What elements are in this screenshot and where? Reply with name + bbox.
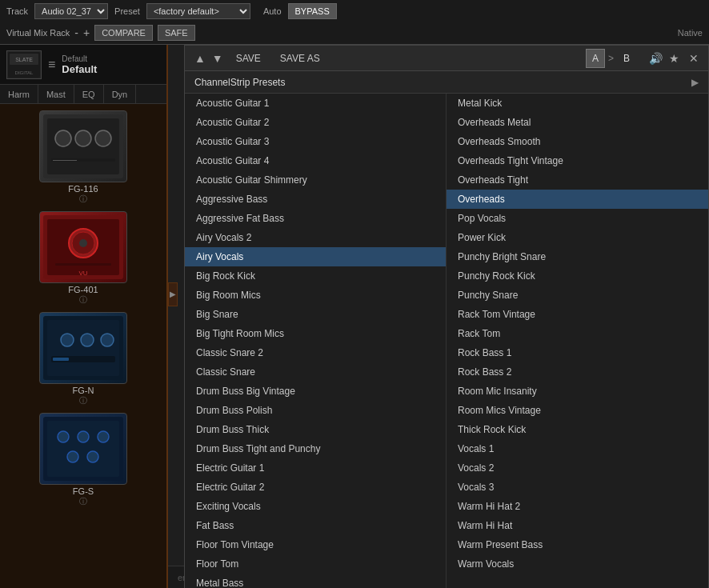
preset-item[interactable]: Fat Bass — [185, 516, 446, 535]
preset-item[interactable]: Acoustic Guitar 1 — [185, 94, 446, 113]
preset-item[interactable]: Classic Snare — [185, 362, 446, 382]
slot-b-button[interactable]: B — [617, 49, 636, 68]
native-label: Native — [678, 28, 703, 38]
preset-item[interactable]: Overheads Tight Vintage — [447, 151, 708, 170]
dropdown-header: ▲ ▼ SAVE SAVE AS A > B 🔊 ★ ✕ — [185, 46, 708, 71]
channelstrip-presets-label[interactable]: ChannelStrip Presets — [194, 77, 691, 88]
preset-item[interactable]: Vocals 1 — [447, 439, 708, 458]
star-icon[interactable]: ★ — [669, 52, 679, 65]
preset-item[interactable]: Power Kick — [447, 228, 708, 247]
svg-point-31 — [67, 451, 78, 462]
preset-item[interactable]: Thick Rock Kick — [447, 420, 708, 439]
preset-item[interactable]: Rack Tom — [447, 324, 708, 343]
preset-col-right: Metal KickOverheads MetalOverheads Smoot… — [447, 94, 708, 588]
close-button[interactable]: ✕ — [689, 52, 699, 65]
preset-item[interactable]: Overheads — [447, 190, 708, 209]
preset-item[interactable]: Big Tight Room Mics — [185, 324, 446, 343]
bypass-button[interactable]: BYPASS — [288, 3, 337, 19]
tab-mast[interactable]: Mast — [38, 85, 74, 103]
plugin-item-fgs[interactable]: FG-S ⓘ — [3, 413, 163, 507]
preset-item[interactable]: Floor Tom — [185, 554, 446, 574]
scroll-down-icon[interactable]: ▼ — [212, 52, 223, 65]
plugin-item-fg116[interactable]: FG-116 ⓘ — [3, 110, 163, 205]
speaker-icon[interactable]: 🔊 — [649, 52, 663, 65]
preset-item[interactable]: Warm Vocals — [447, 554, 708, 574]
preset-col-left: Acoustic Guitar 1Acoustic Guitar 2Acoust… — [185, 94, 447, 588]
rack-toggle-button[interactable]: ▶ — [168, 282, 178, 306]
preset-item[interactable]: Rock Bass 1 — [447, 343, 708, 362]
svg-text:DIGITAL: DIGITAL — [15, 70, 34, 75]
preset-item[interactable]: Rock Bass 2 — [447, 362, 708, 382]
svg-point-32 — [87, 451, 98, 462]
preset-item[interactable]: Punchy Snare — [447, 286, 708, 305]
preset-item[interactable]: Aggressive Bass — [185, 190, 446, 209]
svg-rect-27 — [47, 421, 119, 477]
vmr-label: Virtual Mix Rack — [6, 28, 70, 38]
save-button[interactable]: SAVE — [230, 50, 267, 67]
save-as-button[interactable]: SAVE AS — [274, 50, 326, 67]
preset-item[interactable]: Big Rock Kick — [185, 266, 446, 286]
preset-item[interactable]: Warm Hi Hat — [447, 516, 708, 535]
track-select[interactable]: Audio 02_37 — [34, 3, 108, 19]
preset-select[interactable]: <factory default> — [146, 3, 250, 19]
preset-grid: Acoustic Guitar 1Acoustic Guitar 2Acoust… — [185, 94, 708, 588]
plugin-thumbnail-fg401: VU — [39, 211, 127, 283]
preset-item[interactable]: Punchy Bright Snare — [447, 247, 708, 266]
plugin-label-fgn: FG-N — [73, 386, 94, 395]
preset-item[interactable]: Acoustic Guitar 2 — [185, 113, 446, 132]
preset-item[interactable]: Metal Bass — [185, 574, 446, 588]
preset-item[interactable]: Drum Buss Big Vintage — [185, 382, 446, 401]
slot-arrow-icon: > — [608, 53, 614, 64]
compare-button[interactable]: COMPARE — [94, 25, 153, 41]
plugin-item-fg401[interactable]: VU FG-401 ⓘ — [3, 211, 163, 306]
preset-item[interactable]: Acoustic Guitar 3 — [185, 132, 446, 151]
tab-eq[interactable]: EQ — [74, 85, 104, 103]
preset-item[interactable]: Airy Vocals — [185, 247, 446, 266]
preset-item[interactable]: Metal Kick — [447, 94, 708, 113]
preset-item[interactable]: Acoustic Guitar Shimmery — [185, 170, 446, 190]
tab-dyn[interactable]: Dyn — [104, 85, 137, 103]
preset-item[interactable]: Overheads Smooth — [447, 132, 708, 151]
svg-text:SLATE: SLATE — [15, 57, 33, 62]
preset-name-area: Default Default — [62, 54, 160, 75]
preset-item[interactable]: Drum Buss Polish — [185, 401, 446, 420]
preset-item[interactable]: Aggressive Fat Bass — [185, 209, 446, 228]
preset-item[interactable]: Electric Guitar 2 — [185, 478, 446, 497]
plugin-item-fgn[interactable]: FG-N ⓘ — [3, 312, 163, 406]
preset-item[interactable]: Vocals 2 — [447, 458, 708, 478]
preset-item[interactable]: Overheads Metal — [447, 113, 708, 132]
preset-item[interactable]: Room Mics Vintage — [447, 401, 708, 420]
preset-item[interactable]: Warm Hi Hat 2 — [447, 497, 708, 516]
preset-item[interactable]: Punchy Rock Kick — [447, 266, 708, 286]
slot-a-button[interactable]: A — [586, 49, 605, 68]
preset-item[interactable]: Big Snare — [185, 305, 446, 324]
preset-item[interactable]: Room Mic Insanity — [447, 382, 708, 401]
plugin-info-fgn: ⓘ — [79, 395, 87, 406]
preset-item[interactable]: Drum Buss Thick — [185, 420, 446, 439]
preset-item[interactable]: Rack Tom Vintage — [447, 305, 708, 324]
svg-point-21 — [61, 334, 74, 346]
preset-item[interactable]: Warm Present Bass — [447, 535, 708, 554]
preset-item[interactable]: Electric Guitar 1 — [185, 458, 446, 478]
scroll-up-icon[interactable]: ▲ — [194, 52, 206, 65]
preset-item[interactable]: Floor Tom Vintage — [185, 535, 446, 554]
minus-button[interactable]: - — [74, 26, 78, 39]
svg-rect-20 — [47, 320, 119, 376]
svg-rect-17 — [55, 263, 111, 266]
plugin-label-fg116: FG-116 — [68, 184, 98, 194]
preset-item[interactable]: Vocals 3 — [447, 478, 708, 497]
plugin-label-fg401: FG-401 — [68, 285, 98, 294]
plus-button[interactable]: + — [83, 26, 90, 39]
preset-item[interactable]: Acoustic Guitar 4 — [185, 151, 446, 170]
hamburger-menu-icon[interactable]: ≡ — [48, 58, 55, 72]
svg-rect-25 — [53, 358, 69, 361]
preset-item[interactable]: Pop Vocals — [447, 209, 708, 228]
preset-item[interactable]: Airy Vocals 2 — [185, 228, 446, 247]
safe-button[interactable]: SAFE — [158, 25, 195, 41]
preset-item[interactable]: Drum Buss Tight and Punchy — [185, 439, 446, 458]
preset-item[interactable]: Exciting Vocals — [185, 497, 446, 516]
preset-item[interactable]: Big Room Mics — [185, 286, 446, 305]
tab-harm[interactable]: Harm — [0, 85, 38, 103]
preset-item[interactable]: Overheads Tight — [447, 170, 708, 190]
preset-item[interactable]: Classic Snare 2 — [185, 343, 446, 362]
